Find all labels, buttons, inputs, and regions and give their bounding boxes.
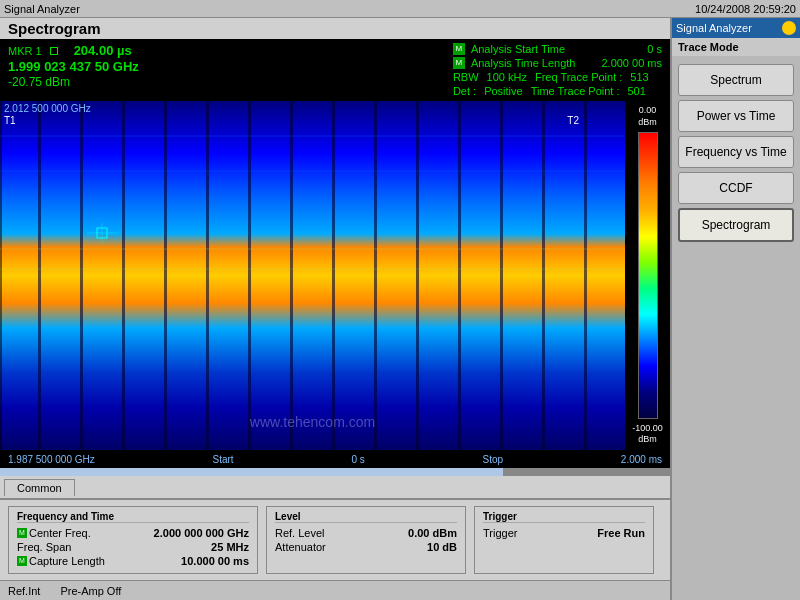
analysis-length-value: 2.000 00 ms [581, 57, 662, 69]
ref-status: Ref.Int [8, 585, 40, 597]
trigger-group: Trigger Trigger Free Run [474, 506, 654, 574]
chart-scrollbar[interactable] [0, 468, 670, 476]
freq-span-value: 25 MHz [211, 541, 249, 553]
analysis-start-label: Analysis Start Time [471, 43, 565, 55]
right-title-bar: Signal Analyzer [672, 18, 800, 38]
freq-span-row: Freq. Span 25 MHz [17, 541, 249, 553]
time-trace-label: Time Trace Point : [531, 85, 620, 97]
spectrum-button[interactable]: Spectrum [678, 64, 794, 96]
svg-rect-9 [332, 101, 335, 450]
mkr-freq: 1.999 023 437 50 GHz [8, 59, 139, 74]
mkr-label: MKR 1 [8, 45, 42, 57]
attenuator-value: 10 dB [427, 541, 457, 553]
preamp-status: Pre-Amp Off [60, 585, 121, 597]
center-freq-row: M Center Freq. 2.000 000 000 GHz [17, 527, 249, 539]
trigger-label: Trigger [483, 527, 517, 539]
capture-length-row: M Capture Length 10.000 00 ms [17, 555, 249, 567]
m-icon-4: M [17, 556, 27, 566]
right-panel: Signal Analyzer Trace Mode Spectrum Powe… [670, 18, 800, 600]
time-trace-value: 501 [628, 85, 646, 97]
ref-level-label: Ref. Level [275, 527, 325, 539]
det-label: Det : [453, 85, 476, 97]
ccdf-button[interactable]: CCDF [678, 172, 794, 204]
svg-rect-7 [248, 101, 251, 450]
frequency-vs-time-button[interactable]: Frequency vs Time [678, 136, 794, 168]
left-panel: Spectrogram MKR 1 204.00 µs 1.999 023 43… [0, 18, 670, 600]
scale-top-value: 0.00 dBm [638, 105, 657, 128]
svg-rect-13 [500, 101, 503, 450]
svg-rect-14 [542, 101, 545, 450]
right-panel-title: Signal Analyzer [676, 22, 752, 34]
rbw-value: 100 kHz [487, 71, 527, 83]
svg-rect-3 [80, 101, 83, 450]
svg-rect-10 [374, 101, 377, 450]
svg-rect-11 [416, 101, 419, 450]
axis-start-label: Start [213, 454, 234, 465]
right-logo [782, 21, 796, 35]
watermark: www.tehencom.com [250, 414, 375, 430]
svg-rect-0 [0, 101, 625, 450]
t2-label: T2 [567, 115, 579, 126]
freq-top-label: 2.012 500 000 GHz [4, 103, 91, 114]
svg-rect-5 [164, 101, 167, 450]
svg-rect-6 [206, 101, 209, 450]
info-bar: MKR 1 204.00 µs 1.999 023 437 50 GHz -20… [0, 39, 670, 101]
freq-trace-value: 513 [630, 71, 648, 83]
m-icon-1: M [453, 43, 465, 55]
freq-time-group: Frequency and Time M Center Freq. 2.000 … [8, 506, 258, 574]
svg-rect-8 [290, 101, 293, 450]
mkr-box [50, 47, 58, 55]
freq-trace-label: Freq Trace Point : [535, 71, 622, 83]
app-title-top: Signal Analyzer [4, 3, 80, 15]
svg-rect-1 [0, 101, 2, 450]
chart-main[interactable]: 2.012 500 000 GHz T1 T2 [0, 101, 625, 450]
t1-label: T1 [4, 115, 16, 126]
m-icon-3: M [17, 528, 27, 538]
color-bar [638, 132, 658, 418]
bottom-axis: 1.987 500 000 GHz Start 0 s Stop 2.000 m… [0, 450, 670, 468]
attenuator-row: Attenuator 10 dB [275, 541, 457, 553]
capture-length-value: 10.000 00 ms [181, 555, 249, 567]
axis-stop-label: Stop [483, 454, 504, 465]
ref-level-row: Ref. Level 0.00 dBm [275, 527, 457, 539]
det-value: Positive [484, 85, 523, 97]
freq-span-label: Freq. Span [17, 541, 71, 553]
freq-time-title: Frequency and Time [17, 511, 249, 523]
center-freq-value: 2.000 000 000 GHz [154, 527, 249, 539]
level-title: Level [275, 511, 457, 523]
scale-bottom-value: -100.00 dBm [632, 423, 663, 446]
rbw-label: RBW [453, 71, 479, 83]
bottom-panel: Frequency and Time M Center Freq. 2.000 … [0, 498, 670, 580]
trigger-value: Free Run [597, 527, 645, 539]
svg-rect-2 [38, 101, 41, 450]
spectrogram-title: Spectrogram [0, 18, 670, 39]
mkr-power: -20.75 dBm [8, 75, 70, 89]
trigger-title: Trigger [483, 511, 645, 523]
main-window: Signal Analyzer 10/24/2008 20:59:20 Spec… [0, 0, 800, 600]
axis-start-value: 0 s [351, 454, 364, 465]
svg-rect-12 [458, 101, 461, 450]
content-area: Spectrogram MKR 1 204.00 µs 1.999 023 43… [0, 18, 800, 600]
scrollbar-thumb[interactable] [0, 468, 503, 476]
common-tab[interactable]: Common [4, 479, 75, 496]
color-scale: 0.00 dBm -100.00 dBm [625, 101, 670, 450]
svg-rect-4 [122, 101, 125, 450]
right-subtitle: Trace Mode [672, 38, 800, 56]
chart-container: 2.012 500 000 GHz T1 T2 [0, 101, 670, 450]
status-bar: Ref.Int Pre-Amp Off [0, 580, 670, 600]
center-freq-label: M Center Freq. [17, 527, 91, 539]
analysis-start-value: 0 s [627, 43, 662, 55]
spectrogram-button[interactable]: Spectrogram [678, 208, 794, 242]
attenuator-label: Attenuator [275, 541, 326, 553]
trigger-row: Trigger Free Run [483, 527, 645, 539]
axis-stop-value: 2.000 ms [621, 454, 662, 465]
m-icon-2: M [453, 57, 465, 69]
axis-freq-bottom: 1.987 500 000 GHz [8, 454, 95, 465]
common-tab-bar: Common [0, 476, 670, 498]
mkr-time: 204.00 µs [74, 43, 132, 58]
capture-length-label: M Capture Length [17, 555, 105, 567]
analysis-length-label: Analysis Time Length [471, 57, 576, 69]
spectrogram-display [0, 101, 625, 450]
power-vs-time-button[interactable]: Power vs Time [678, 100, 794, 132]
ref-level-value: 0.00 dBm [408, 527, 457, 539]
